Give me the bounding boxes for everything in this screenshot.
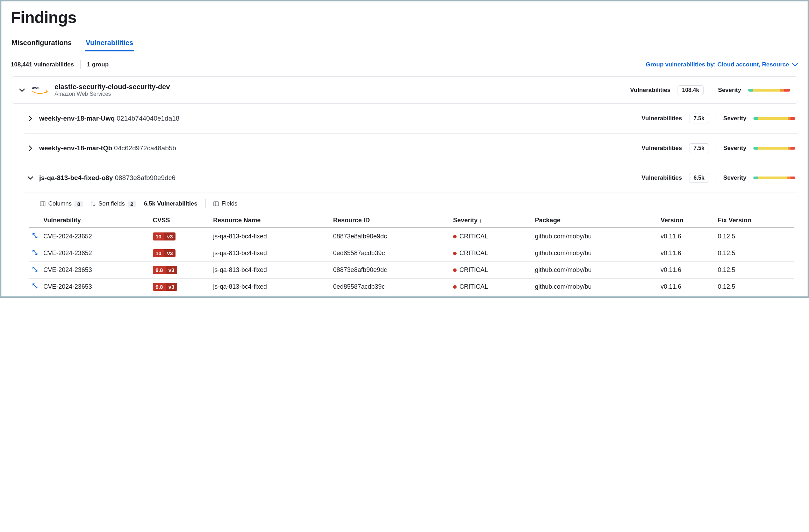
cell-resource-id: 0ed85587acdb39c [330, 245, 450, 262]
fields-button[interactable]: Fields [213, 200, 237, 207]
severity-bar [748, 89, 790, 92]
sort-icon [91, 201, 95, 207]
th-resource-id[interactable]: Resource ID [330, 213, 450, 228]
vuln-label: Vulnerabilities [642, 115, 682, 122]
th-severity[interactable]: Severity ↑ [450, 213, 532, 228]
svg-text:aws: aws [32, 85, 40, 89]
cell-version: v0.11.6 [658, 245, 715, 262]
divider [80, 60, 81, 69]
group-by-label: Group vulnerabilities by: Cloud account,… [646, 61, 789, 68]
resource-id: 0214b744040e1da18 [117, 115, 180, 122]
cell-package: github.com/moby/bu [532, 245, 658, 262]
cell-vulnerability: CVE-2024-23653 [41, 262, 150, 279]
account-provider: Amazon Web Services [55, 91, 170, 97]
sort-asc-icon: ↑ [479, 217, 482, 223]
severity-bar [753, 117, 795, 120]
chevron-right-icon [27, 145, 34, 151]
chevron-right-icon [27, 115, 34, 122]
sort-fields-button[interactable]: Sort fields 2 [91, 200, 136, 207]
cell-severity: CRITICAL [450, 279, 532, 295]
cell-fix-version: 0.12.5 [715, 245, 794, 262]
chevron-down-icon [792, 62, 798, 68]
cell-vulnerability: CVE-2024-23652 [41, 228, 150, 245]
vuln-count-pill: 7.5k [689, 114, 709, 123]
vuln-label: Vulnerabilities [630, 87, 671, 94]
divider [716, 144, 716, 153]
table-toolbar: Columns 8 Sort fields 2 6.5k Vulnerabili… [29, 193, 794, 213]
resource-row[interactable]: weekly-env-18-mar-Uwq 0214b744040e1da18 … [24, 104, 798, 134]
cell-resource-id: 0ed85587acdb39c [330, 279, 450, 295]
th-cvss[interactable]: CVSS ↓ [150, 213, 210, 228]
severity-dot-icon [453, 268, 457, 272]
severity-bar [753, 147, 795, 150]
resource-id: 08873e8afb90e9dc6 [115, 174, 175, 181]
cell-resource-name: js-qa-813-bc4-fixed [210, 262, 330, 279]
tabs-bar: Misconfigurations Vulnerabilities [11, 39, 798, 51]
group-count: 1 group [87, 61, 109, 68]
table-row[interactable]: CVE-2024-236539.8v3js-qa-813-bc4-fixed0e… [29, 279, 794, 295]
divider [716, 114, 716, 123]
table-row[interactable]: CVE-2024-2365210v3js-qa-813-bc4-fixed0ed… [29, 245, 794, 262]
cell-package: github.com/moby/bu [532, 279, 658, 295]
vuln-count-pill: 7.5k [689, 143, 709, 153]
findings-table: Vulnerability CVSS ↓ Resource Name Resou… [29, 213, 794, 295]
resource-row[interactable]: weekly-env-18-mar-tQb 04c62d972ca48ab5b … [24, 134, 798, 163]
resource-name: weekly-env-18-mar-Uwq [39, 115, 115, 122]
sort-desc-icon: ↓ [172, 217, 174, 223]
cell-cvss: 10v3 [150, 245, 210, 262]
expand-icon[interactable] [32, 233, 38, 238]
cell-resource-name: js-qa-813-bc4-fixed [210, 245, 330, 262]
severity-dot-icon [453, 285, 457, 289]
chevron-down-icon [19, 87, 25, 93]
cell-resource-id: 08873e8afb90e9dc [330, 262, 450, 279]
page-title: Findings [11, 8, 798, 27]
vulnerability-count: 108,441 vulnerabilities [11, 61, 74, 68]
cell-package: github.com/moby/bu [532, 262, 658, 279]
aws-logo-icon: aws [31, 85, 48, 96]
divider [711, 86, 711, 95]
th-vulnerability[interactable]: Vulnerability [41, 213, 150, 228]
severity-dot-icon [453, 252, 457, 255]
expand-icon[interactable] [32, 266, 38, 272]
severity-label: Severity [723, 115, 746, 122]
cloud-account-group[interactable]: aws elastic-security-cloud-security-dev … [11, 76, 798, 104]
resource-name: js-qa-813-bc4-fixed-o8y [39, 174, 113, 181]
columns-count: 8 [74, 201, 83, 207]
expand-icon[interactable] [32, 283, 38, 289]
resource-name: weekly-env-18-mar-tQb [39, 144, 112, 152]
svg-rect-2 [214, 202, 219, 206]
cell-severity: CRITICAL [450, 245, 532, 262]
resource-id: 04c62d972ca48ab5b [114, 144, 176, 152]
divider [205, 199, 206, 208]
cell-fix-version: 0.12.5 [715, 279, 794, 295]
th-version[interactable]: Version [658, 213, 715, 228]
group-by-selector[interactable]: Group vulnerabilities by: Cloud account,… [646, 61, 798, 68]
cell-cvss: 10v3 [150, 228, 210, 245]
cell-resource-name: js-qa-813-bc4-fixed [210, 279, 330, 295]
severity-bar [753, 177, 795, 179]
expand-icon[interactable] [32, 250, 38, 255]
columns-button[interactable]: Columns 8 [40, 200, 83, 207]
cell-vulnerability: CVE-2024-23652 [41, 245, 150, 262]
table-row[interactable]: CVE-2024-2365210v3js-qa-813-bc4-fixed088… [29, 228, 794, 245]
result-count: 6.5k Vulnerabilities [144, 200, 197, 207]
th-package[interactable]: Package [532, 213, 658, 228]
tab-vulnerabilities[interactable]: Vulnerabilities [85, 39, 134, 51]
cell-cvss: 9.8v3 [150, 279, 210, 295]
cell-resource-name: js-qa-813-bc4-fixed [210, 228, 330, 245]
cell-version: v0.11.6 [658, 279, 715, 295]
account-name: elastic-security-cloud-security-dev [55, 83, 170, 91]
resource-row[interactable]: js-qa-813-bc4-fixed-o8y 08873e8afb90e9dc… [24, 163, 798, 193]
vuln-label: Vulnerabilities [642, 174, 682, 181]
cell-fix-version: 0.12.5 [715, 262, 794, 279]
cell-version: v0.11.6 [658, 228, 715, 245]
th-fix-version[interactable]: Fix Version [715, 213, 794, 228]
cell-package: github.com/moby/bu [532, 228, 658, 245]
fields-icon [213, 201, 219, 207]
severity-label: Severity [723, 145, 746, 152]
tab-misconfigurations[interactable]: Misconfigurations [11, 39, 72, 51]
columns-label: Columns [48, 200, 72, 207]
cell-resource-id: 08873e8afb90e9dc [330, 228, 450, 245]
table-row[interactable]: CVE-2024-236539.8v3js-qa-813-bc4-fixed08… [29, 262, 794, 279]
th-resource-name[interactable]: Resource Name [210, 213, 330, 228]
